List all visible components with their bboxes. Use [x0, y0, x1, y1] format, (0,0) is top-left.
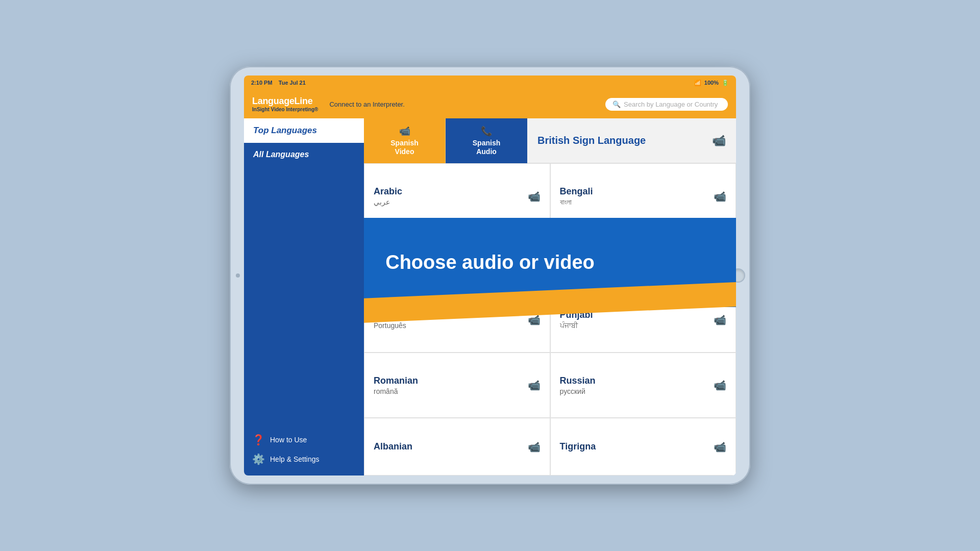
tigrigna-camera-icon: 📹	[714, 441, 726, 453]
tigrigna-english: Tigrigna	[560, 441, 596, 452]
albanian-english: Albanian	[374, 441, 412, 452]
albanian-camera-icon: 📹	[528, 441, 541, 453]
arabic-camera-icon: 📹	[528, 190, 541, 203]
arabic-names: Arabic عربي	[374, 186, 402, 206]
help-settings-item[interactable]: ⚙️ Help & Settings	[252, 453, 356, 465]
tigrigna-names: Tigrigna	[560, 441, 596, 452]
cantonese-cell[interactable]: Cantonese 📹	[364, 229, 550, 287]
cantonese-names: Cantonese	[374, 253, 421, 263]
logo-area: LanguageLine InSight Video Interpreting®	[252, 96, 318, 112]
how-to-use-label: How to Use	[270, 436, 307, 444]
bengali-cell[interactable]: Bengali বাংলা 📹	[550, 163, 737, 229]
language-grid: Arabic عربي 📹 Bengali বাংলা 📹	[364, 163, 736, 475]
how-to-use-item[interactable]: ❓ How to Use	[252, 434, 356, 446]
sidebar-item-top-languages[interactable]: Top Languages	[244, 118, 364, 143]
sidebar-bottom: ❓ How to Use ⚙️ Help & Settings	[244, 427, 364, 475]
bengali-english: Bengali	[560, 186, 593, 197]
bengali-names: Bengali বাংলা	[560, 186, 593, 207]
status-time-date: 2:10 PM Tue Jul 21	[251, 80, 306, 86]
romanian-english: Romanian	[374, 375, 418, 386]
spanish-audio-label: Spanish Audio	[473, 139, 500, 156]
punjabi-native: ਪੰਜਾਬੀ	[560, 321, 593, 330]
russian-cell[interactable]: Russian русский 📹	[550, 353, 737, 418]
main-content: Top Languages All Languages ❓ How to Use…	[244, 118, 736, 475]
app-header: LanguageLine InSight Video Interpreting®…	[244, 90, 736, 118]
french-camera-icon: 📹	[714, 252, 726, 264]
punjabi-camera-icon: 📹	[714, 314, 726, 326]
phone-icon: 📞	[481, 126, 492, 137]
punjabi-cell[interactable]: Punjabi ਪੰਜਾਬੀ 📹	[550, 287, 737, 353]
status-right-icons: 📶 100% 🔋	[694, 80, 729, 86]
russian-native: русский	[560, 387, 596, 395]
side-button	[236, 273, 240, 278]
bsl-button[interactable]: British Sign Language 📹	[527, 118, 736, 163]
russian-camera-icon: 📹	[714, 379, 726, 391]
gear-icon: ⚙️	[252, 453, 265, 465]
french-cell[interactable]: French 📹	[550, 229, 737, 287]
bengali-camera-icon: 📹	[714, 190, 726, 203]
portuguese-cell[interactable]: Portuguese Português 📹	[364, 287, 550, 353]
french-english: French	[560, 253, 591, 263]
date-display: Tue Jul 21	[279, 80, 306, 86]
battery-level: 100%	[704, 80, 719, 86]
arabic-cell[interactable]: Arabic عربي 📹	[364, 163, 550, 229]
portuguese-native: Português	[374, 321, 424, 330]
arabic-native: عربي	[374, 198, 402, 206]
video-camera-icon: 📹	[399, 126, 410, 137]
tablet-frame: 2:10 PM Tue Jul 21 📶 100% 🔋 LanguageLine…	[230, 66, 750, 485]
portuguese-names: Portuguese Português	[374, 310, 424, 330]
spanish-video-button[interactable]: 📹 Spanish Video	[364, 118, 446, 163]
romanian-camera-icon: 📹	[528, 379, 541, 391]
help-settings-label: Help & Settings	[270, 455, 320, 463]
punjabi-names: Punjabi ਪੰਜਾਬੀ	[560, 310, 593, 330]
russian-names: Russian русский	[560, 375, 596, 395]
bsl-label: British Sign Language	[537, 135, 646, 146]
sidebar: Top Languages All Languages ❓ How to Use…	[244, 118, 364, 475]
tablet-screen: 2:10 PM Tue Jul 21 📶 100% 🔋 LanguageLine…	[244, 76, 736, 475]
cantonese-camera-icon: 📹	[528, 252, 541, 264]
search-bar[interactable]: 🔍 Search by Language or Country	[605, 98, 728, 111]
romanian-names: Romanian română	[374, 375, 418, 395]
content-area: 📹 Spanish Video 📞 Spanish Audio	[364, 118, 736, 475]
time-display: 2:10 PM	[251, 80, 273, 86]
battery-icon: 🔋	[722, 80, 729, 86]
search-icon: 🔍	[612, 101, 621, 108]
punjabi-english: Punjabi	[560, 310, 593, 320]
bsl-camera-icon: 📹	[712, 134, 726, 147]
russian-english: Russian	[560, 375, 596, 386]
cantonese-english: Cantonese	[374, 253, 421, 263]
connect-text: Connect to an Interpreter.	[329, 101, 404, 108]
top-languages-label: Top Languages	[253, 126, 317, 135]
all-languages-label: All Languages	[253, 150, 309, 159]
portuguese-english: Portuguese	[374, 310, 424, 320]
logo-subtitle: InSight Video Interpreting®	[252, 107, 318, 112]
wifi-icon: 📶	[694, 80, 701, 86]
search-placeholder: Search by Language or Country	[624, 101, 718, 108]
tigrigna-cell[interactable]: Tigrigna 📹	[550, 418, 737, 475]
logo-name: LanguageLine	[252, 96, 318, 107]
portuguese-camera-icon: 📹	[528, 314, 541, 326]
question-icon: ❓	[252, 434, 265, 446]
status-bar: 2:10 PM Tue Jul 21 📶 100% 🔋	[244, 76, 736, 90]
french-names: French	[560, 253, 591, 263]
language-buttons-row: 📹 Spanish Video 📞 Spanish Audio	[364, 118, 736, 163]
arabic-english: Arabic	[374, 186, 402, 197]
romanian-cell[interactable]: Romanian română 📹	[364, 353, 550, 418]
albanian-cell[interactable]: Albanian 📹	[364, 418, 550, 475]
romanian-native: română	[374, 387, 418, 395]
spanish-audio-button[interactable]: 📞 Spanish Audio	[446, 118, 527, 163]
bengali-native: বাংলা	[560, 198, 593, 207]
albanian-names: Albanian	[374, 441, 412, 452]
spanish-video-label: Spanish Video	[390, 139, 418, 156]
sidebar-item-all-languages[interactable]: All Languages	[244, 143, 364, 166]
